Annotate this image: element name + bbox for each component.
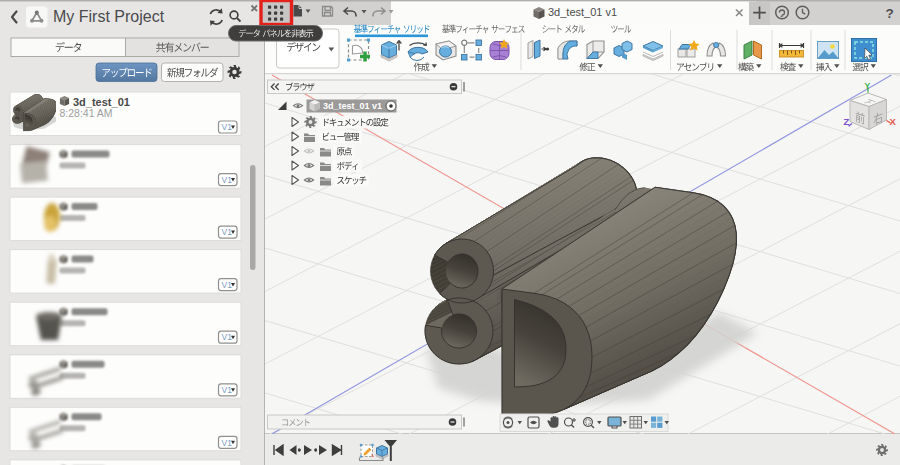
svg-text:V1: V1 [222,280,233,290]
svg-text:V1: V1 [222,385,233,395]
svg-text:8:28:41 AM: 8:28:41 AM [60,107,113,119]
svg-text:V1: V1 [222,438,233,448]
svg-text:V1: V1 [222,122,233,132]
svg-text:My First Project: My First Project [53,8,165,25]
svg-text:V1: V1 [222,175,233,185]
svg-text:?: ? [886,6,894,21]
svg-text:Y: Y [865,81,871,91]
svg-text:3d_test_01 v1: 3d_test_01 v1 [548,6,617,18]
svg-text:3d_test_01 v1: 3d_test_01 v1 [323,101,382,111]
svg-text:V1: V1 [222,332,233,342]
svg-text:Z: Z [844,116,850,127]
svg-text:V1: V1 [222,227,233,237]
svg-text:X: X [890,116,897,127]
